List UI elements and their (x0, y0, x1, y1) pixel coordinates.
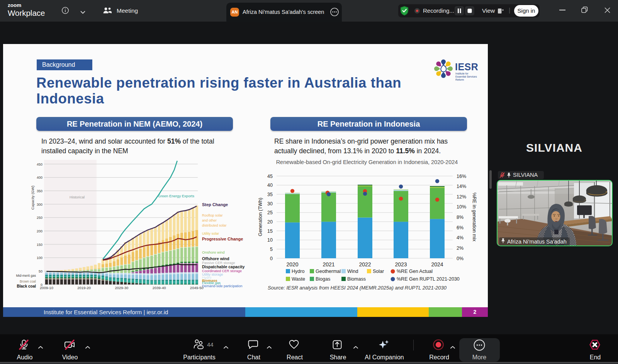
svg-text:2020: 2020 (286, 261, 298, 267)
svg-text:2022: 2022 (359, 261, 371, 267)
svg-text:4%: 4% (457, 235, 464, 240)
svg-text:2021: 2021 (323, 261, 334, 267)
svg-text:10: 10 (267, 237, 273, 243)
svg-text:8%: 8% (457, 215, 464, 220)
svg-text:35: 35 (267, 192, 273, 197)
svg-text:15: 15 (267, 229, 273, 234)
svg-text:Wind: Wind (347, 269, 358, 274)
svg-text:Generation (TWh): Generation (TWh) (258, 198, 263, 236)
svg-text:10%: 10% (457, 204, 466, 210)
svg-text:%RE in generation mix: %RE in generation mix (472, 192, 477, 242)
svg-text:25: 25 (267, 210, 273, 215)
svg-text:12%: 12% (457, 194, 466, 200)
svg-text:2%: 2% (457, 245, 464, 251)
svg-text:20: 20 (267, 219, 273, 225)
svg-text:Hydro: Hydro (292, 269, 304, 274)
svg-text:2023: 2023 (395, 261, 407, 267)
svg-text:6%: 6% (457, 225, 464, 230)
svg-text:%RE Gen RUPTL 2021-2030: %RE Gen RUPTL 2021-2030 (397, 276, 460, 282)
svg-text:Renewable-based On-grid Electr: Renewable-based On-grid Electricity Gene… (276, 159, 458, 165)
svg-text:%RE Gen Actual: %RE Gen Actual (397, 269, 433, 274)
svg-text:5: 5 (270, 247, 273, 252)
svg-text:30: 30 (267, 201, 273, 207)
svg-text:Biomass: Biomass (347, 276, 366, 282)
svg-text:Source: IESR analysis from HEE: Source: IESR analysis from HEESI 2024 (M… (268, 285, 447, 291)
svg-text:Waste: Waste (292, 276, 305, 282)
svg-text:Solar: Solar (373, 269, 384, 274)
svg-text:Biogas: Biogas (316, 276, 330, 282)
svg-text:Geothermal: Geothermal (316, 269, 341, 274)
svg-text:2024: 2024 (431, 261, 443, 267)
svg-text:16%: 16% (457, 174, 466, 179)
svg-text:0: 0 (270, 256, 273, 261)
svg-text:14%: 14% (457, 184, 466, 189)
svg-text:40: 40 (267, 183, 273, 188)
svg-text:45: 45 (267, 174, 273, 179)
svg-text:0%: 0% (457, 256, 464, 261)
